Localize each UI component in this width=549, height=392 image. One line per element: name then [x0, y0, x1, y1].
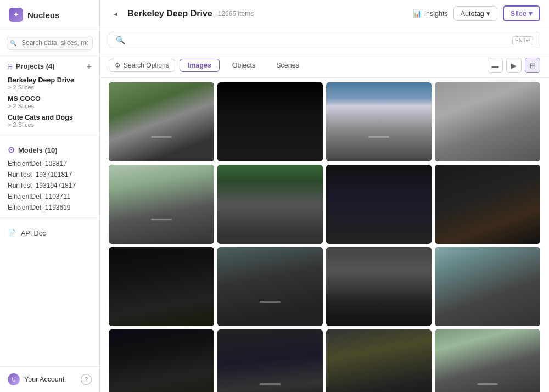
grid-item-11[interactable]: [326, 247, 432, 326]
model-name: EfficientDet_1193619: [8, 204, 71, 211]
model-name: EfficientDet_103817: [8, 160, 67, 167]
list-view-icon: ▬: [492, 61, 499, 70]
view-single-button[interactable]: ▶: [506, 58, 522, 73]
sidebar-item-model-1[interactable]: RunTest_1937101817: [0, 169, 99, 180]
model-name: EfficientDet_1103711: [8, 193, 71, 200]
sidebar-item-berkeley[interactable]: Berkeley Deep Drive > 2 Slices: [0, 74, 99, 93]
slice-button[interactable]: Slice ▾: [503, 5, 540, 21]
collapse-sidebar-button[interactable]: ◂: [109, 7, 122, 20]
autotag-button[interactable]: Autotag ▾: [453, 6, 497, 21]
projects-label: Projects (4): [16, 62, 55, 70]
topbar: ◂ Berkeley Deep Drive 12665 items 📊 Insi…: [100, 0, 549, 27]
project-name: Cute Cats and Dogs: [8, 114, 92, 121]
filter-left: ⚙ Search Options Images Objects Scenes: [109, 59, 307, 72]
sidebar-divider-2: [0, 217, 99, 218]
sidebar-search-wrap: [7, 36, 93, 50]
project-name: Berkeley Deep Drive: [8, 76, 92, 84]
your-account-button[interactable]: U Your Account: [8, 373, 64, 385]
insights-label: Insights: [424, 10, 448, 18]
grid-item-13[interactable]: [109, 329, 214, 392]
search-bar: 🔍 ENT↵: [100, 27, 549, 53]
grid-item-10[interactable]: [217, 247, 323, 326]
view-list-button[interactable]: ▬: [488, 58, 503, 73]
grid-item-6[interactable]: [217, 165, 323, 244]
search-options-button[interactable]: ⚙ Search Options: [109, 59, 175, 72]
model-name: RunTest_19319471817: [8, 182, 76, 189]
filterbar: ⚙ Search Options Images Objects Scenes ▬…: [100, 53, 549, 78]
api-doc-label: API Doc: [21, 229, 46, 237]
tab-scenes-label: Scenes: [276, 61, 299, 69]
slice-chevron-icon: ▾: [529, 9, 533, 18]
topbar-left: ◂ Berkeley Deep Drive 12665 items: [109, 7, 254, 20]
topbar-right: 📊 Insights Autotag ▾ Slice ▾: [413, 5, 540, 21]
sidebar-bottom: U Your Account ?: [0, 366, 99, 392]
tab-images-label: Images: [188, 61, 211, 69]
insights-button[interactable]: 📊 Insights: [413, 9, 448, 18]
tab-objects[interactable]: Objects: [224, 59, 264, 72]
grid-item-9[interactable]: [109, 247, 214, 326]
models-section-header: ⊙ Models (10): [0, 139, 99, 158]
app-name: Nucleus: [27, 10, 59, 20]
api-doc-icon: 📄: [8, 229, 16, 237]
project-name: MS COCO: [8, 95, 92, 103]
enter-badge: ENT↵: [512, 36, 533, 44]
account-label: Your Account: [24, 376, 64, 383]
logo-icon: ✦: [9, 8, 23, 22]
tab-images[interactable]: Images: [180, 59, 220, 72]
sidebar-item-mscoco[interactable]: MS COCO > 2 Slices: [0, 93, 99, 111]
view-grid-button[interactable]: ⊞: [525, 58, 540, 73]
tab-objects-label: Objects: [232, 61, 255, 69]
grid-item-3[interactable]: [326, 82, 432, 161]
grid-item-12[interactable]: [435, 247, 540, 326]
grid-item-1[interactable]: [109, 82, 214, 161]
sidebar-search-input[interactable]: [7, 36, 93, 50]
sidebar-item-cats[interactable]: Cute Cats and Dogs > 2 Slices: [0, 111, 99, 130]
dataset-title: Berkeley Deep Drive: [127, 9, 212, 19]
sidebar-search-container: [0, 30, 99, 56]
search-inner: 🔍 ENT↵: [109, 32, 540, 48]
sidebar-item-model-2[interactable]: RunTest_19319471817: [0, 180, 99, 191]
main-search-input[interactable]: [130, 36, 508, 44]
sidebar-divider-1: [0, 135, 99, 135]
grid-item-2[interactable]: [217, 82, 323, 161]
grid-item-15[interactable]: [326, 329, 432, 392]
image-grid: [109, 82, 540, 392]
search-options-icon: ⚙: [115, 61, 121, 69]
projects-icon: ≡: [8, 61, 13, 71]
add-project-button[interactable]: +: [87, 62, 92, 71]
main-content: ◂ Berkeley Deep Drive 12665 items 📊 Insi…: [100, 0, 549, 392]
grid-view-icon: ⊞: [530, 61, 536, 70]
project-slices: > 2 Slices: [8, 121, 92, 128]
grid-item-4[interactable]: [435, 82, 540, 161]
image-grid-container: [100, 78, 549, 392]
insights-chart-icon: 📊: [413, 9, 422, 18]
collapse-icon: ◂: [114, 9, 117, 18]
sidebar-item-model-3[interactable]: EfficientDet_1103711: [0, 191, 99, 202]
search-options-label: Search Options: [124, 61, 169, 69]
single-view-icon: ▶: [511, 61, 517, 70]
grid-item-7[interactable]: [326, 165, 432, 244]
project-slices: > 2 Slices: [8, 84, 92, 91]
sidebar-item-model-0[interactable]: EfficientDet_103817: [0, 158, 99, 169]
search-icon: 🔍: [116, 36, 125, 44]
avatar: U: [8, 373, 20, 385]
autotag-label: Autotag: [461, 10, 484, 18]
sidebar-item-api-doc[interactable]: 📄 API Doc: [0, 225, 99, 242]
help-button[interactable]: ?: [81, 374, 92, 385]
slice-label: Slice: [511, 10, 526, 18]
filter-right: ▬ ▶ ⊞: [488, 58, 540, 73]
grid-item-14[interactable]: [217, 329, 323, 392]
app-logo[interactable]: ✦ Nucleus: [0, 0, 99, 30]
project-slices: > 2 Slices: [8, 103, 92, 109]
grid-item-8[interactable]: [435, 165, 540, 244]
model-name: RunTest_1937101817: [8, 171, 72, 178]
dataset-count: 12665 items: [218, 10, 254, 18]
models-label: Models (10): [18, 146, 58, 154]
grid-item-5[interactable]: [109, 165, 214, 244]
tab-scenes[interactable]: Scenes: [268, 59, 307, 72]
grid-item-16[interactable]: [435, 329, 540, 392]
models-icon: ⊙: [8, 145, 15, 155]
autotag-chevron-icon: ▾: [486, 9, 490, 18]
projects-section-header: ≡ Projects (4) +: [0, 56, 99, 74]
sidebar-item-model-4[interactable]: EfficientDet_1193619: [0, 202, 99, 213]
